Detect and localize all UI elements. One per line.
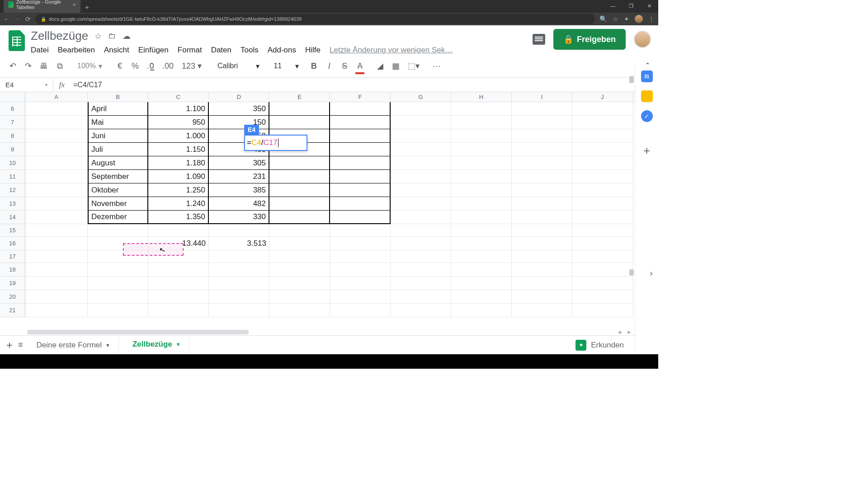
col-header[interactable]: E (269, 92, 330, 102)
name-box[interactable]: E4▾ (0, 78, 53, 92)
cell[interactable] (451, 290, 512, 304)
address-bar[interactable]: 🔒 docs.google.com/spreadsheets/d/1GE-twI… (35, 14, 595, 24)
row-header[interactable]: 14 (0, 211, 25, 224)
cell[interactable] (512, 290, 572, 304)
row-header[interactable]: 16 (0, 237, 25, 250)
menu-tools[interactable]: Tools (241, 46, 259, 55)
dec-more-button[interactable]: .00 (160, 60, 175, 73)
cell[interactable] (572, 290, 633, 304)
cell[interactable] (269, 170, 330, 183)
side-panel-toggle-icon[interactable]: › (650, 268, 653, 278)
cell[interactable] (148, 263, 209, 277)
cell[interactable]: 305 (209, 156, 269, 170)
cell[interactable] (391, 143, 451, 156)
window-maximize[interactable]: ❐ (622, 0, 640, 12)
row-header[interactable]: 20 (0, 290, 25, 304)
row-header[interactable]: 8 (0, 129, 25, 143)
cell[interactable] (512, 237, 572, 250)
cell[interactable] (148, 277, 209, 290)
row-header[interactable]: 13 (0, 197, 25, 211)
cell[interactable] (391, 156, 451, 170)
cell[interactable] (269, 197, 330, 211)
undo-icon[interactable]: ↶ (7, 59, 18, 73)
back-icon[interactable]: ← (4, 15, 10, 23)
cell[interactable] (451, 102, 512, 116)
cell[interactable]: 150 (209, 116, 269, 129)
cell[interactable] (391, 304, 451, 317)
reload-icon[interactable]: ⟳ (25, 15, 31, 23)
cell[interactable] (572, 250, 633, 263)
cell[interactable] (391, 116, 451, 129)
cell[interactable] (209, 263, 269, 277)
cell[interactable] (391, 183, 451, 197)
cell[interactable]: September (88, 170, 148, 183)
font-select[interactable]: Calibri ▾ (213, 62, 264, 70)
cell[interactable] (451, 237, 512, 250)
zoom-select[interactable]: 100% ▾ (75, 62, 105, 70)
cell[interactable] (88, 224, 148, 237)
cell[interactable]: 350 (209, 102, 269, 116)
select-all-corner[interactable] (0, 92, 25, 102)
move-icon[interactable]: 🗀 (108, 31, 116, 41)
cell[interactable] (512, 143, 572, 156)
cell[interactable] (269, 250, 330, 263)
cell[interactable]: November (88, 197, 148, 211)
cell[interactable] (25, 290, 88, 304)
cell[interactable] (330, 304, 391, 317)
close-tab-icon[interactable]: × (72, 1, 76, 8)
vertical-scrollbar[interactable] (629, 269, 634, 276)
cell[interactable] (391, 102, 451, 116)
comments-icon[interactable] (533, 34, 545, 45)
cell[interactable] (25, 304, 88, 317)
browser-tab[interactable]: Zellbezüge - Google Tabellen × (4, 0, 80, 13)
cell[interactable] (209, 290, 269, 304)
col-header[interactable]: A (25, 92, 88, 102)
calendar-icon[interactable] (641, 70, 653, 82)
cell[interactable] (25, 156, 88, 170)
cell[interactable] (451, 116, 512, 129)
cell[interactable] (330, 290, 391, 304)
share-button[interactable]: 🔒 Freigeben (553, 29, 626, 50)
cell[interactable] (25, 129, 88, 143)
cell[interactable] (25, 277, 88, 290)
explore-button[interactable]: Erkunden (576, 340, 628, 351)
cell[interactable] (391, 290, 451, 304)
cell[interactable] (391, 129, 451, 143)
add-sheet-button[interactable]: + (6, 339, 13, 352)
cell[interactable] (25, 263, 88, 277)
merge-button[interactable]: ⬚▾ (406, 59, 421, 73)
row-header[interactable]: 17 (0, 250, 25, 263)
cell[interactable] (572, 129, 633, 143)
row-header[interactable]: 6 (0, 102, 25, 116)
doc-status[interactable]: Letzte Änderung vor wenigen Sek… (330, 46, 453, 55)
new-tab-button[interactable]: + (80, 1, 94, 13)
cell[interactable] (25, 211, 88, 224)
menu-format[interactable]: Format (178, 46, 202, 55)
borders-button[interactable]: ▦ (390, 59, 401, 73)
cell[interactable] (512, 129, 572, 143)
cell[interactable] (25, 102, 88, 116)
cell[interactable] (512, 263, 572, 277)
cell[interactable] (391, 263, 451, 277)
menu-view[interactable]: Ansicht (104, 46, 129, 55)
cell[interactable] (25, 224, 88, 237)
cell[interactable] (512, 250, 572, 263)
cell[interactable] (269, 156, 330, 170)
cell[interactable] (25, 170, 88, 183)
cell[interactable] (451, 250, 512, 263)
cell[interactable]: 950 (148, 116, 209, 129)
cell[interactable] (330, 102, 391, 116)
cell[interactable]: 482 (209, 197, 269, 211)
cell[interactable]: Dezember (88, 211, 148, 224)
cell[interactable] (572, 277, 633, 290)
cell[interactable] (451, 143, 512, 156)
cell[interactable] (330, 116, 391, 129)
all-sheets-button[interactable]: ≡ (18, 340, 23, 350)
cell[interactable] (25, 250, 88, 263)
row-header[interactable]: 21 (0, 304, 25, 317)
horizontal-scrollbar[interactable] (27, 330, 249, 334)
cell[interactable] (330, 197, 391, 211)
dec-less-button[interactable]: .0̲ (145, 59, 156, 73)
cell[interactable] (572, 143, 633, 156)
cell[interactable] (572, 156, 633, 170)
